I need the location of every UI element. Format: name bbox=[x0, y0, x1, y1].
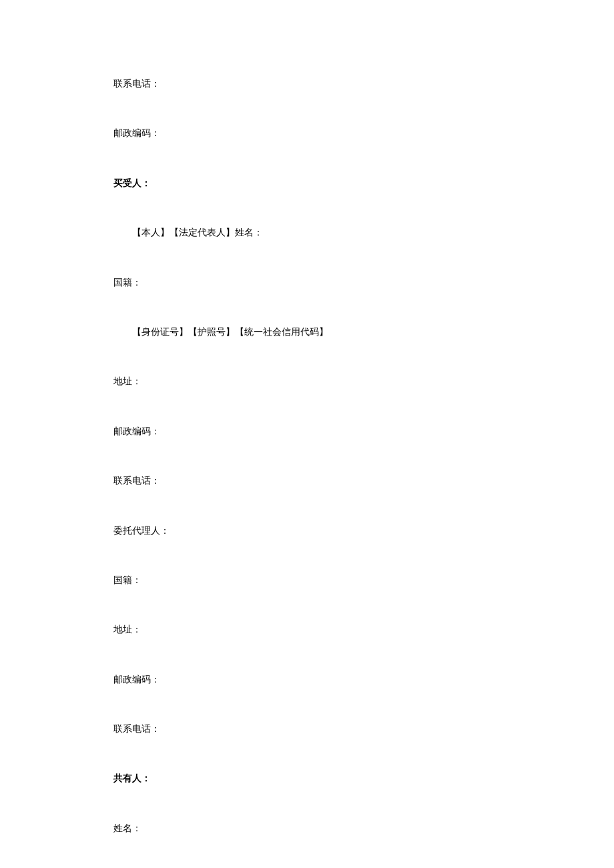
field-postal-code: 邮政编码： bbox=[113, 126, 501, 141]
label-contact-phone: 联系电话： bbox=[113, 476, 160, 486]
heading-coowner: 共有人： bbox=[113, 771, 501, 786]
field-address: 地址： bbox=[113, 374, 501, 389]
label-address: 地址： bbox=[113, 624, 141, 634]
label-buyer-heading: 买受人： bbox=[113, 178, 151, 188]
field-agent: 委托代理人： bbox=[113, 524, 501, 538]
field-contact-phone: 联系电话： bbox=[113, 722, 501, 737]
label-agent: 委托代理人： bbox=[113, 526, 170, 536]
field-nationality: 国籍： bbox=[113, 573, 501, 588]
field-name: 姓名： bbox=[113, 821, 501, 836]
field-id-number: 【身份证号】【护照号】【统一社会信用代码】 bbox=[113, 325, 501, 340]
label-nationality: 国籍： bbox=[113, 575, 141, 585]
label-nationality: 国籍： bbox=[113, 278, 141, 288]
label-postal-code: 邮政编码： bbox=[113, 426, 160, 436]
field-nationality: 国籍： bbox=[113, 276, 501, 290]
field-contact-phone: 联系电话： bbox=[113, 474, 501, 488]
heading-buyer: 买受人： bbox=[113, 176, 501, 191]
label-id-number: 【身份证号】【护照号】【统一社会信用代码】 bbox=[132, 327, 328, 337]
label-contact-phone: 联系电话： bbox=[113, 79, 160, 89]
label-coowner-heading: 共有人： bbox=[113, 773, 151, 783]
field-postal-code: 邮政编码： bbox=[113, 424, 501, 439]
field-buyer-name: 【本人】【法定代表人】姓名： bbox=[113, 226, 501, 240]
label-address: 地址： bbox=[113, 376, 141, 386]
field-address: 地址： bbox=[113, 622, 501, 637]
label-postal-code: 邮政编码： bbox=[113, 128, 160, 138]
label-contact-phone: 联系电话： bbox=[113, 724, 160, 734]
field-postal-code: 邮政编码： bbox=[113, 673, 501, 687]
document-body: 联系电话： 邮政编码： 买受人： 【本人】【法定代表人】姓名： 国籍： 【身份证… bbox=[0, 0, 614, 836]
label-postal-code: 邮政编码： bbox=[113, 675, 160, 685]
label-buyer-name: 【本人】【法定代表人】姓名： bbox=[132, 228, 263, 238]
label-name: 姓名： bbox=[113, 823, 141, 833]
field-contact-phone: 联系电话： bbox=[113, 77, 501, 91]
